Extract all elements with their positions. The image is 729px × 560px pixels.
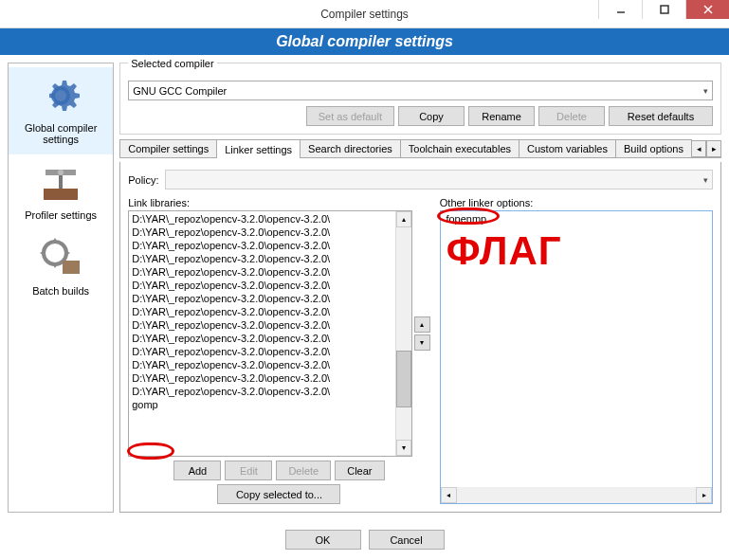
sidebar-label: Profiler settings (12, 209, 109, 221)
minimize-button[interactable] (598, 0, 642, 19)
list-item[interactable]: D:\YAR\_repoz\opencv-3.2.0\opencv-3.2.0\ (130, 345, 394, 358)
scroll-up-icon[interactable]: ▴ (396, 211, 411, 227)
scroll-down-icon[interactable]: ▾ (396, 440, 411, 456)
tab-compiler-settings[interactable]: Compiler settings (119, 139, 217, 157)
cancel-button[interactable]: Cancel (369, 530, 445, 550)
add-lib-button[interactable]: Add (173, 461, 221, 480)
reset-defaults-button[interactable]: Reset defaults (609, 106, 713, 126)
section-header: Global compiler settings (0, 28, 729, 55)
other-linker-textarea[interactable]: -fopenmp ФЛАГ ◂ ▸ (440, 210, 713, 504)
copy-selected-to-button[interactable]: Copy selected to... (217, 484, 340, 504)
tab-custom-variables[interactable]: Custom variables (519, 139, 616, 157)
list-item[interactable]: D:\YAR\_repoz\opencv-3.2.0\opencv-3.2.0\ (130, 292, 394, 305)
svg-rect-1 (661, 6, 668, 13)
tab-linker-settings[interactable]: Linker settings (216, 139, 301, 158)
dialog-buttons: OK Cancel (0, 520, 729, 559)
list-item[interactable]: D:\YAR\_repoz\opencv-3.2.0\opencv-3.2.0\ (130, 226, 394, 239)
edit-lib-button[interactable]: Edit (225, 461, 272, 480)
rename-button[interactable]: Rename (468, 106, 535, 126)
ok-button[interactable]: OK (285, 530, 361, 550)
other-linker-value: -fopenmp (443, 213, 710, 225)
other-linker-label: Other linker options: (440, 197, 713, 208)
annotation-flag-text: ФЛАГ (447, 228, 562, 274)
category-sidebar: Global compiler settings Profiler settin… (8, 63, 114, 513)
list-item[interactable]: D:\YAR\_repoz\opencv-3.2.0\opencv-3.2.0\ (130, 212, 394, 226)
list-item[interactable]: D:\YAR\_repoz\opencv-3.2.0\opencv-3.2.0\ (130, 252, 394, 265)
list-item[interactable]: D:\YAR\_repoz\opencv-3.2.0\opencv-3.2.0\ (130, 358, 394, 371)
group-legend: Selected compiler (128, 58, 216, 69)
list-scrollbar[interactable]: ▴ ▾ (395, 211, 411, 456)
list-item[interactable]: D:\YAR\_repoz\opencv-3.2.0\opencv-3.2.0\ (130, 385, 394, 398)
maximize-button[interactable] (642, 0, 685, 19)
list-item[interactable]: D:\YAR\_repoz\opencv-3.2.0\opencv-3.2.0\ (130, 371, 394, 385)
h-scrollbar[interactable]: ◂ ▸ (441, 487, 712, 503)
tab-build-options[interactable]: Build options (615, 139, 692, 157)
sidebar-label: Batch builds (12, 285, 109, 297)
sidebar-item-global-compiler[interactable]: Global compiler settings (9, 67, 113, 154)
selected-compiler-group: Selected compiler GNU GCC Compiler ▾ Set… (119, 63, 721, 135)
scroll-left-icon[interactable]: ◂ (441, 487, 457, 503)
list-item[interactable]: D:\YAR\_repoz\opencv-3.2.0\opencv-3.2.0\ (130, 305, 394, 318)
list-item[interactable]: D:\YAR\_repoz\opencv-3.2.0\opencv-3.2.0\ (130, 265, 394, 279)
scroll-right-icon[interactable]: ▸ (696, 487, 712, 503)
tab-toolchain[interactable]: Toolchain executables (400, 139, 519, 157)
chevron-down-icon: ▾ (703, 175, 708, 185)
window-controls (598, 0, 729, 19)
move-up-button[interactable]: ▴ (414, 316, 430, 333)
link-libraries-list[interactable]: D:\YAR\_repoz\opencv-3.2.0\opencv-3.2.0\… (128, 210, 412, 457)
sidebar-item-batch[interactable]: Batch builds (9, 230, 113, 306)
sidebar-item-profiler[interactable]: Profiler settings (9, 154, 113, 230)
delete-lib-button[interactable]: Delete (276, 461, 331, 480)
set-default-button[interactable]: Set as default (306, 106, 394, 126)
policy-combo[interactable]: ▾ (165, 170, 713, 190)
list-item[interactable]: D:\YAR\_repoz\opencv-3.2.0\opencv-3.2.0\ (130, 318, 394, 332)
compiler-value: GNU GCC Compiler (133, 85, 227, 97)
sidebar-label: Global compiler settings (12, 122, 109, 145)
move-down-button[interactable]: ▾ (414, 334, 430, 351)
tab-scroll-left[interactable]: ◂ (691, 140, 706, 157)
svg-rect-4 (44, 189, 78, 200)
svg-rect-6 (59, 175, 63, 189)
svg-point-7 (58, 170, 64, 175)
tab-scroll-right[interactable]: ▸ (706, 140, 721, 157)
settings-tabs: Compiler settings Linker settings Search… (119, 138, 721, 158)
compiler-combo[interactable]: GNU GCC Compiler ▾ (128, 81, 713, 100)
list-item[interactable]: gomp (130, 398, 394, 411)
delete-compiler-button[interactable]: Delete (538, 106, 605, 126)
batch-icon (38, 236, 83, 281)
list-item[interactable]: D:\YAR\_repoz\opencv-3.2.0\opencv-3.2.0\ (130, 239, 394, 252)
list-item[interactable]: D:\YAR\_repoz\opencv-3.2.0\opencv-3.2.0\ (130, 332, 394, 345)
titlebar: Compiler settings (0, 0, 729, 28)
list-item[interactable]: D:\YAR\_repoz\opencv-3.2.0\opencv-3.2.0\ (130, 279, 394, 292)
tab-search-directories[interactable]: Search directories (300, 139, 401, 157)
linker-tab-content: Policy: ▾ Link libraries: D:\YAR\_repoz\… (119, 162, 721, 513)
copy-button[interactable]: Copy (398, 106, 465, 126)
close-button[interactable] (685, 0, 729, 19)
gear-icon (38, 73, 83, 118)
chevron-down-icon: ▾ (703, 86, 708, 96)
profiler-icon (38, 160, 83, 206)
clear-libs-button[interactable]: Clear (335, 461, 384, 480)
policy-label: Policy: (128, 174, 158, 186)
svg-rect-9 (63, 261, 80, 274)
link-libraries-label: Link libraries: (128, 197, 430, 208)
